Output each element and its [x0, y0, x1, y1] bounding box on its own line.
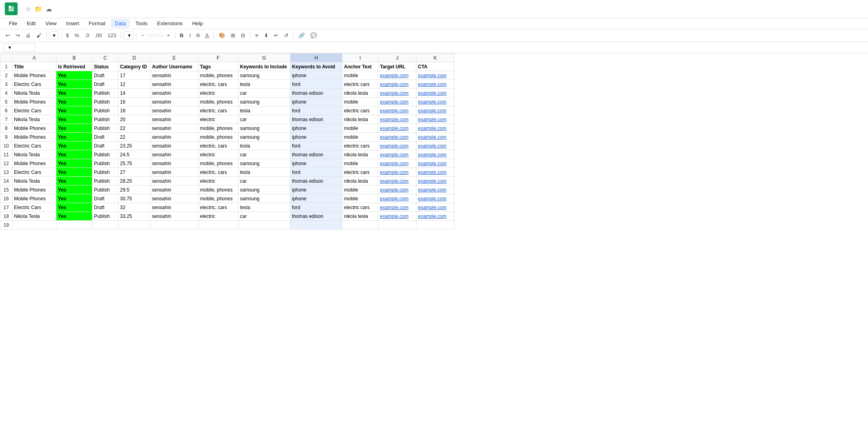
cell-h3[interactable]: ford — [290, 80, 342, 89]
star-icon[interactable]: ☆ — [26, 5, 31, 13]
cell-i5[interactable]: mobile — [342, 98, 378, 106]
menu-edit[interactable]: Edit — [23, 19, 40, 28]
cell-i19[interactable] — [342, 221, 378, 229]
cell-j6[interactable]: example.com — [378, 106, 416, 115]
row-header-6[interactable]: 6 — [0, 106, 12, 115]
cell-j16[interactable]: example.com — [378, 194, 416, 203]
cell-d10[interactable]: 23.25 — [118, 142, 150, 150]
cell-k18[interactable]: example.com — [416, 212, 454, 221]
font-size-dec-button[interactable]: − — [139, 31, 147, 40]
italic-button[interactable]: I — [187, 31, 193, 40]
cell-c10[interactable]: Draft — [92, 142, 118, 150]
cell-h12[interactable]: iphone — [290, 159, 342, 168]
cell-f11[interactable]: electric — [198, 150, 238, 159]
cell-b10[interactable]: Yes — [56, 142, 92, 150]
row-header-11[interactable]: 11 — [0, 150, 12, 159]
cell-e14[interactable]: sensahin — [150, 177, 198, 186]
cell-h17[interactable]: ford — [290, 203, 342, 212]
cell-j14[interactable]: example.com — [378, 177, 416, 186]
cell-k14[interactable]: example.com — [416, 177, 454, 186]
col-header-e[interactable]: E — [150, 54, 198, 62]
cell-d9[interactable]: 22 — [118, 133, 150, 142]
cell-a18[interactable]: Nikola Tesla — [12, 212, 56, 221]
cell-c7[interactable]: Publish — [92, 115, 118, 124]
cell-a4[interactable]: Nikola Tesla — [12, 89, 56, 98]
cell-f14[interactable]: electric — [198, 177, 238, 186]
col-header-j[interactable]: J — [378, 54, 416, 62]
decimal-dec-button[interactable]: .0 — [82, 31, 92, 40]
cell-i8[interactable]: mobile — [342, 124, 378, 133]
cell-e9[interactable]: sensahin — [150, 133, 198, 142]
cell-h1[interactable]: Keywords to Avoid — [290, 62, 342, 71]
cell-k16[interactable]: example.com — [416, 194, 454, 203]
cell-f16[interactable]: mobile, phones — [198, 194, 238, 203]
cell-a14[interactable]: Nikola Tesla — [12, 177, 56, 186]
cell-f2[interactable]: mobile, phones — [198, 71, 238, 80]
cell-e2[interactable]: sensahin — [150, 71, 198, 80]
formula-input[interactable] — [45, 44, 865, 50]
cell-k17[interactable]: example.com — [416, 203, 454, 212]
cell-i6[interactable]: electric cars — [342, 106, 378, 115]
cell-c1[interactable]: Status — [92, 62, 118, 71]
cell-j7[interactable]: example.com — [378, 115, 416, 124]
cell-j5[interactable]: example.com — [378, 98, 416, 106]
cell-c2[interactable]: Draft — [92, 71, 118, 80]
folder-icon[interactable]: 📁 — [34, 5, 42, 13]
col-header-g[interactable]: G — [238, 54, 290, 62]
row-header-14[interactable]: 14 — [0, 177, 12, 186]
cell-b11[interactable]: Yes — [56, 150, 92, 159]
cell-f6[interactable]: electric, cars — [198, 106, 238, 115]
col-header-a[interactable]: A — [12, 54, 56, 62]
col-header-c[interactable]: C — [92, 54, 118, 62]
cell-j15[interactable]: example.com — [378, 186, 416, 194]
cell-e6[interactable]: sensahin — [150, 106, 198, 115]
menu-view[interactable]: View — [41, 19, 60, 28]
row-header-10[interactable]: 10 — [0, 142, 12, 150]
cell-i9[interactable]: mobile — [342, 133, 378, 142]
cell-e18[interactable]: sensahin — [150, 212, 198, 221]
cell-g4[interactable]: car — [238, 89, 290, 98]
cell-e12[interactable]: sensahin — [150, 159, 198, 168]
cell-f10[interactable]: electric, cars — [198, 142, 238, 150]
menu-tools[interactable]: Tools — [131, 19, 151, 28]
cell-j1[interactable]: Target URL — [378, 62, 416, 71]
cell-c5[interactable]: Publish — [92, 98, 118, 106]
col-header-i[interactable]: I — [342, 54, 378, 62]
cell-b2[interactable]: Yes — [56, 71, 92, 80]
cell-b6[interactable]: Yes — [56, 106, 92, 115]
cell-b8[interactable]: Yes — [56, 124, 92, 133]
cell-f7[interactable]: electric — [198, 115, 238, 124]
cell-c15[interactable]: Publish — [92, 186, 118, 194]
font-size-inc-button[interactable]: + — [164, 31, 172, 40]
cell-h14[interactable]: thomas edison — [290, 177, 342, 186]
cell-h7[interactable]: thomas edison — [290, 115, 342, 124]
cell-a5[interactable]: Mobile Phones — [12, 98, 56, 106]
cell-g10[interactable]: tesla — [238, 142, 290, 150]
cell-g2[interactable]: samsung — [238, 71, 290, 80]
cell-i4[interactable]: nikola tesla — [342, 89, 378, 98]
format-123-button[interactable]: 123 — [105, 31, 119, 40]
cell-i13[interactable]: electric cars — [342, 168, 378, 177]
cell-i11[interactable]: nikola tesla — [342, 150, 378, 159]
cell-j10[interactable]: example.com — [378, 142, 416, 150]
cell-k11[interactable]: example.com — [416, 150, 454, 159]
col-header-k[interactable]: K — [416, 54, 454, 62]
cell-c13[interactable]: Publish — [92, 168, 118, 177]
cell-f13[interactable]: electric, cars — [198, 168, 238, 177]
cell-f4[interactable]: electric — [198, 89, 238, 98]
cell-f18[interactable]: electric — [198, 212, 238, 221]
cell-d19[interactable] — [118, 221, 150, 229]
cell-i18[interactable]: nikola tesla — [342, 212, 378, 221]
row-header-16[interactable]: 16 — [0, 194, 12, 203]
undo-button[interactable]: ↩ — [3, 31, 12, 40]
cell-e19[interactable] — [150, 221, 198, 229]
cell-j18[interactable]: example.com — [378, 212, 416, 221]
borders-button[interactable]: ⊞ — [228, 31, 238, 40]
name-box[interactable]: ▾ — [3, 43, 35, 52]
bold-button[interactable]: B — [178, 31, 186, 40]
cell-e11[interactable]: sensahin — [150, 150, 198, 159]
cell-i1[interactable]: Anchor Text — [342, 62, 378, 71]
cell-c18[interactable]: Publish — [92, 212, 118, 221]
cell-a13[interactable]: Electric Cars — [12, 168, 56, 177]
print-button[interactable]: 🖨 — [23, 31, 33, 40]
